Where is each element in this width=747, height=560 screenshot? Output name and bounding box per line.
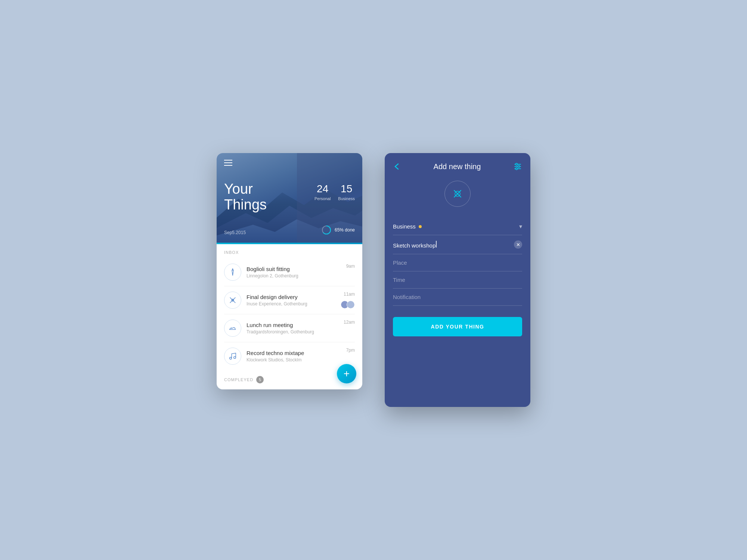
list-item[interactable]: Lunch run meeting Tradgardsforoningen, G… [224, 314, 355, 342]
task-name-value: Sketch workshop [393, 241, 514, 249]
pencil-icon-container [385, 181, 530, 207]
hero-stats: 24 Personal 15 Business [314, 183, 355, 202]
form-section: Business ▾ Sketch workshop ✕ Place [385, 218, 530, 306]
place-field[interactable]: Place [393, 254, 522, 271]
fab-button[interactable]: + [337, 364, 356, 383]
inbox-section: INBOX Boglioli suit fitting Linnegolon 2… [217, 244, 362, 370]
hero-date: Sep5.2015 [224, 230, 246, 235]
item-content: Final design delivery Inuse Experience, … [247, 294, 355, 307]
category-value: Business [393, 223, 416, 230]
item-content: Lunch run meeting Tradgardsforoningen, G… [247, 322, 355, 335]
notification-field[interactable]: Notification [393, 289, 522, 306]
clear-button[interactable]: ✕ [514, 240, 522, 249]
svg-point-12 [515, 168, 517, 170]
back-button[interactable] [393, 162, 401, 171]
item-icon-tie [224, 264, 241, 281]
right-header: Add new thing [385, 153, 530, 177]
list-item[interactable]: Record techno mixtape Klockwork Studios,… [224, 342, 355, 370]
item-avatars [341, 301, 355, 309]
completed-label: COMPLEYED [224, 377, 253, 382]
stat-personal: 24 Personal [314, 183, 331, 202]
time-field[interactable]: Time [393, 271, 522, 289]
svg-point-11 [518, 166, 520, 168]
inbox-label: INBOX [224, 250, 355, 255]
category-field[interactable]: Business ▾ [393, 218, 522, 235]
menu-icon[interactable] [224, 160, 232, 166]
left-screen: Your Things Sep5.2015 24 Personal 15 Bus… [217, 153, 362, 389]
hero-progress: 65% done [321, 225, 355, 235]
hero-title: Your Things [224, 181, 267, 213]
item-icon-shoe [224, 320, 241, 337]
list-item[interactable]: Final design delivery Inuse Experience, … [224, 286, 355, 314]
stat-business: 15 Business [338, 183, 355, 202]
screens-container: Your Things Sep5.2015 24 Personal 15 Bus… [217, 153, 530, 407]
dropdown-icon[interactable]: ▾ [519, 223, 522, 230]
item-time: 12am [344, 320, 355, 325]
item-content: Boglioli suit fitting Linnegolon 2, Goth… [247, 266, 355, 279]
page-title: Add new thing [434, 162, 481, 171]
completed-badge: 5 [256, 376, 264, 383]
place-placeholder: Place [393, 259, 407, 266]
hero-section: Your Things Sep5.2015 24 Personal 15 Bus… [217, 153, 362, 243]
svg-point-10 [515, 164, 517, 165]
add-button[interactable]: ADD YOUR THING [393, 317, 522, 336]
item-time: 9am [346, 264, 355, 269]
right-screen: Add new thing [385, 153, 530, 407]
task-name-field[interactable]: Sketch workshop ✕ [393, 235, 522, 254]
time-placeholder: Time [393, 277, 405, 283]
item-time: 7pm [346, 348, 355, 353]
pencil-circle [444, 181, 471, 207]
settings-icon[interactable] [513, 162, 522, 171]
notification-placeholder: Notification [393, 294, 421, 300]
svg-point-5 [230, 357, 232, 360]
item-content: Record techno mixtape Klockwork Studios,… [247, 350, 355, 363]
category-dot [419, 225, 422, 228]
avatar [347, 301, 355, 309]
item-time: 11am [344, 292, 355, 297]
item-icon-design [224, 292, 241, 309]
svg-point-6 [234, 357, 236, 359]
item-icon-music [224, 348, 241, 365]
progress-text: 65% done [335, 227, 355, 233]
list-item[interactable]: Boglioli suit fitting Linnegolon 2, Goth… [224, 258, 355, 286]
